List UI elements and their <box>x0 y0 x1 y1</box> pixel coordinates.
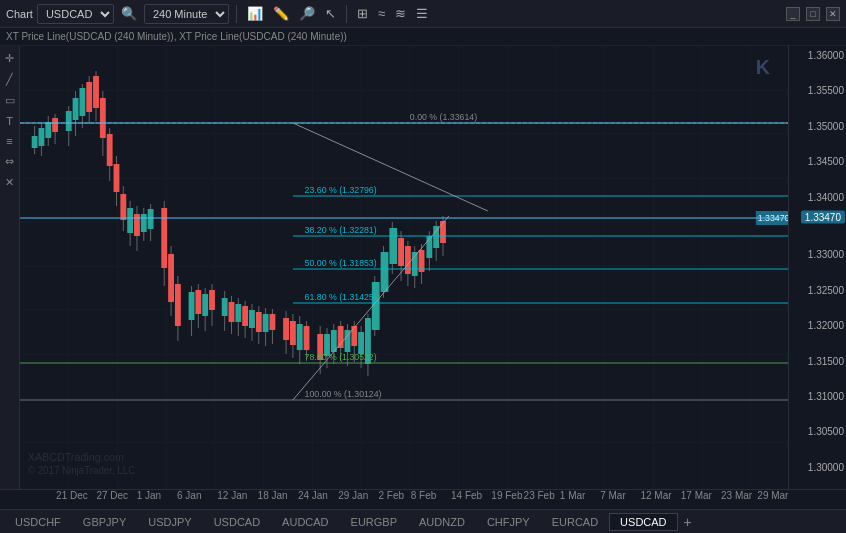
tab-chfjpy[interactable]: CHFJPY <box>476 513 541 531</box>
svg-rect-48 <box>114 164 120 192</box>
date-23mar: 23 Mar <box>721 490 752 501</box>
search-icon[interactable]: 🔍 <box>118 4 140 23</box>
date-12mar: 12 Mar <box>640 490 671 501</box>
svg-text:78.60 % (1.30522): 78.60 % (1.30522) <box>305 352 377 362</box>
svg-rect-30 <box>45 122 51 138</box>
chart-svg: 23.60 % (1.32796) 38.20 % (1.32281) 50.0… <box>20 46 788 489</box>
price-label-1355: 1.35500 <box>808 85 844 96</box>
svg-rect-120 <box>398 238 404 266</box>
price-label-1350: 1.35000 <box>808 120 844 131</box>
date-axis-inner: 21 Dec 27 Dec 1 Jan 6 Jan 12 Jan 18 Jan … <box>40 490 846 509</box>
svg-rect-108 <box>351 326 357 346</box>
timeframe-select[interactable]: 240 Minute <box>144 4 229 24</box>
bar-chart-icon[interactable]: 📊 <box>244 4 266 23</box>
date-1jan: 1 Jan <box>137 490 161 501</box>
rect-icon[interactable]: ▭ <box>3 92 17 109</box>
svg-rect-34 <box>66 111 72 131</box>
maximize-button[interactable]: □ <box>806 7 820 21</box>
price-label-1325: 1.32500 <box>808 284 844 295</box>
svg-text:23.60 % (1.32796): 23.60 % (1.32796) <box>305 185 377 195</box>
crosshair-icon[interactable]: ✛ <box>3 50 16 67</box>
price-label-1305: 1.30500 <box>808 426 844 437</box>
date-8feb: 8 Feb <box>411 490 437 501</box>
tab-usdchf[interactable]: USDCHF <box>4 513 72 531</box>
svg-rect-62 <box>168 254 174 302</box>
date-2feb: 2 Feb <box>379 490 405 501</box>
svg-rect-66 <box>189 292 195 320</box>
svg-rect-96 <box>304 326 310 350</box>
svg-rect-46 <box>107 134 113 166</box>
svg-rect-58 <box>148 209 154 229</box>
date-1mar: 1 Mar <box>560 490 586 501</box>
price-label-1310: 1.31000 <box>808 390 844 401</box>
date-17mar: 17 Mar <box>681 490 712 501</box>
tab-usdjpy[interactable]: USDJPY <box>137 513 202 531</box>
fib-icon[interactable]: ≡ <box>4 133 14 149</box>
svg-rect-88 <box>270 314 276 330</box>
chart-area[interactable]: 23.60 % (1.32796) 38.20 % (1.32281) 50.0… <box>20 46 788 489</box>
tab-audnzd[interactable]: AUDNZD <box>408 513 476 531</box>
svg-rect-92 <box>290 321 296 345</box>
price-label-1315: 1.31500 <box>808 355 844 366</box>
svg-rect-122 <box>405 246 411 274</box>
menu-icon[interactable]: ☰ <box>413 4 431 23</box>
current-price-label: 1.33470 <box>801 210 845 223</box>
cursor-icon[interactable]: ↖ <box>322 4 339 23</box>
svg-rect-76 <box>229 302 235 322</box>
price-axis: 1.36000 1.35500 1.35000 1.34500 1.34000 … <box>788 46 846 489</box>
svg-rect-38 <box>79 88 85 116</box>
svg-text:38.20 % (1.32281): 38.20 % (1.32281) <box>305 225 377 235</box>
price-label-1345: 1.34500 <box>808 156 844 167</box>
pencil-icon[interactable]: ✏️ <box>270 4 292 23</box>
svg-rect-110 <box>358 332 364 354</box>
tools-icon[interactable]: ⊞ <box>354 4 371 23</box>
tab-audcad[interactable]: AUDCAD <box>271 513 339 531</box>
delete-icon[interactable]: ✕ <box>3 174 16 191</box>
svg-rect-80 <box>242 306 248 326</box>
svg-rect-26 <box>32 136 38 148</box>
svg-rect-28 <box>39 128 45 146</box>
close-button[interactable]: ✕ <box>826 7 840 21</box>
tab-eurgbp[interactable]: EURGBP <box>340 513 408 531</box>
svg-rect-72 <box>209 290 215 310</box>
price-label-1320: 1.32000 <box>808 320 844 331</box>
add-tab-button[interactable]: + <box>678 512 698 532</box>
price-label-1360: 1.36000 <box>808 49 844 60</box>
line-icon[interactable]: ╱ <box>4 71 15 88</box>
svg-rect-78 <box>235 304 241 322</box>
date-6jan: 6 Jan <box>177 490 201 501</box>
svg-text:K: K <box>756 56 771 78</box>
date-18jan: 18 Jan <box>258 490 288 501</box>
svg-text:50.00 % (1.31853): 50.00 % (1.31853) <box>305 258 377 268</box>
measure-icon[interactable]: ⇔ <box>3 153 16 170</box>
date-14feb: 14 Feb <box>451 490 482 501</box>
date-29jan: 29 Jan <box>338 490 368 501</box>
tab-usdcad1[interactable]: USDCAD <box>203 513 271 531</box>
svg-rect-132 <box>440 221 446 243</box>
chart-label: Chart <box>6 8 33 20</box>
text-icon[interactable]: T <box>4 113 15 129</box>
settings-icon2[interactable]: ≋ <box>392 4 409 23</box>
svg-rect-40 <box>86 82 92 112</box>
date-27dec: 27 Dec <box>96 490 128 501</box>
minimize-button[interactable]: _ <box>786 7 800 21</box>
svg-rect-42 <box>93 76 99 108</box>
tab-gbpjpy[interactable]: GBPJPY <box>72 513 137 531</box>
zoom-icon[interactable]: 🔎 <box>296 4 318 23</box>
svg-rect-52 <box>127 208 133 233</box>
left-toolbar: ✛ ╱ ▭ T ≡ ⇔ ✕ <box>0 46 20 489</box>
svg-rect-82 <box>249 310 255 328</box>
svg-rect-118 <box>389 228 397 264</box>
date-29mar: 29 Mar <box>757 490 788 501</box>
indicator-icon[interactable]: ≈ <box>375 4 388 23</box>
date-12jan: 12 Jan <box>217 490 247 501</box>
tab-usdcad-active[interactable]: USDCAD <box>609 513 677 531</box>
svg-text:XABCDTrading.com: XABCDTrading.com <box>28 451 124 463</box>
toolbar: Chart USDCAD 🔍 240 Minute 📊 ✏️ 🔎 ↖ ⊞ ≈ ≋… <box>0 0 846 28</box>
tab-eurcad[interactable]: EURCAD <box>541 513 609 531</box>
svg-rect-44 <box>100 98 106 138</box>
svg-rect-60 <box>161 208 167 268</box>
svg-rect-68 <box>195 290 201 314</box>
date-7mar: 7 Mar <box>600 490 626 501</box>
symbol-select[interactable]: USDCAD <box>37 4 114 24</box>
